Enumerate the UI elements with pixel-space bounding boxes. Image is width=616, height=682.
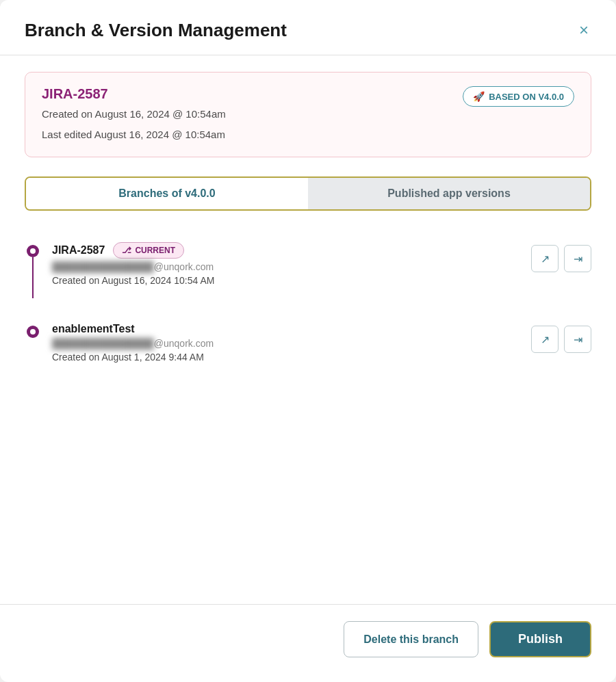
timeline-dot-inner-1 (30, 248, 36, 254)
merge-icon-1: ⇥ (574, 252, 582, 265)
branch-card-left: JIRA-2587 Created on August 16, 2024 @ 1… (42, 86, 226, 143)
branch-item-header-2: enablementTest (52, 323, 520, 335)
branch-info-card: JIRA-2587 Created on August 16, 2024 @ 1… (25, 72, 591, 157)
modal-footer: Delete this branch Publish (0, 604, 616, 682)
branch-item-name-2: enablementTest (52, 323, 135, 335)
tab-branches[interactable]: Branches of v4.0.0 (26, 178, 308, 209)
external-link-button-1[interactable]: ↗ (531, 245, 559, 272)
email-blur-2: ███████████████ (52, 338, 154, 349)
merge-icon-2: ⇥ (574, 333, 582, 346)
branch-item-header-1: JIRA-2587 ⎇ CURRENT (52, 242, 520, 259)
branch-item-content-1: JIRA-2587 ⎇ CURRENT ███████████████@unqo… (52, 242, 520, 286)
rocket-icon: 🚀 (473, 91, 485, 102)
external-link-icon-2: ↗ (541, 333, 550, 346)
branch-item-content-2: enablementTest ███████████████@unqork.co… (52, 323, 520, 363)
branch-card-name: JIRA-2587 (42, 86, 226, 102)
branch-item-actions-2: ↗ ⇥ (531, 326, 591, 353)
branch-item-email-1: ███████████████@unqork.com (52, 261, 520, 272)
branch-item-name-1: JIRA-2587 (52, 244, 105, 257)
branch-card-created: Created on August 16, 2024 @ 10:54am (42, 106, 226, 122)
timeline-col-2 (25, 326, 41, 338)
modal: Branch & Version Management × JIRA-2587 … (0, 0, 616, 682)
close-button[interactable]: × (576, 19, 591, 41)
email-domain-1: @unqork.com (154, 261, 214, 272)
branch-item-date-2: Created on August 1, 2024 9:44 AM (52, 352, 520, 363)
tab-published[interactable]: Published app versions (308, 178, 590, 209)
tabs-container: Branches of v4.0.0 Published app version… (25, 176, 591, 211)
timeline-line-1 (32, 257, 34, 298)
email-domain-2: @unqork.com (154, 338, 214, 349)
list-item: enablementTest ███████████████@unqork.co… (25, 311, 591, 375)
merge-button-2[interactable]: ⇥ (564, 326, 591, 353)
current-badge: ⎇ CURRENT (113, 242, 184, 259)
modal-header: Branch & Version Management × (0, 0, 616, 55)
modal-title: Branch & Version Management (25, 20, 287, 41)
current-label: CURRENT (135, 246, 175, 255)
branch-item-date-1: Created on August 16, 2024 10:54 AM (52, 275, 520, 286)
modal-body: JIRA-2587 Created on August 16, 2024 @ 1… (0, 72, 616, 604)
publish-button[interactable]: Publish (489, 621, 591, 657)
timeline-dot-inner-2 (30, 329, 36, 335)
merge-button-1[interactable]: ⇥ (564, 245, 591, 272)
delete-branch-button[interactable]: Delete this branch (344, 621, 478, 657)
timeline-col-1 (25, 245, 41, 298)
header-divider (0, 55, 616, 55)
branch-icon: ⎇ (122, 246, 131, 255)
external-link-button-2[interactable]: ↗ (531, 326, 559, 353)
list-item: JIRA-2587 ⎇ CURRENT ███████████████@unqo… (25, 230, 591, 311)
branch-item-email-2: ███████████████@unqork.com (52, 338, 520, 349)
branch-list: JIRA-2587 ⎇ CURRENT ███████████████@unqo… (25, 230, 591, 375)
email-blur-1: ███████████████ (52, 261, 154, 272)
based-on-label: BASED ON V4.0.0 (489, 92, 564, 102)
based-on-badge: 🚀 BASED ON V4.0.0 (463, 86, 574, 107)
external-link-icon-1: ↗ (541, 252, 550, 265)
timeline-dot-2 (27, 326, 39, 338)
branch-item-actions-1: ↗ ⇥ (531, 245, 591, 272)
timeline-dot-1 (27, 245, 39, 257)
branch-card-edited: Last edited August 16, 2024 @ 10:54am (42, 127, 226, 143)
